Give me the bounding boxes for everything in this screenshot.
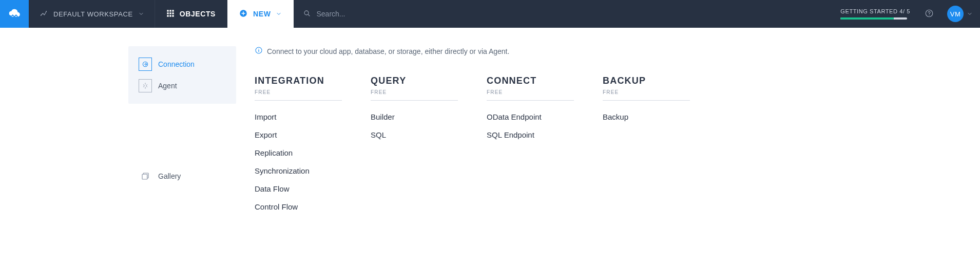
chevron-down-icon (967, 11, 973, 17)
svg-rect-3 (169, 10, 171, 11)
column-header: INTEGRATIONFREE (255, 76, 342, 101)
chevron-down-icon (138, 11, 144, 17)
progress-fill (840, 17, 894, 20)
column-item[interactable]: Control Flow (255, 198, 342, 216)
column-subtitle: FREE (487, 89, 574, 95)
columns-grid: INTEGRATIONFREEImportExportReplicationSy… (255, 76, 980, 216)
search-input[interactable] (316, 10, 409, 18)
column-backup: BACKUPFREEBackup (603, 76, 690, 216)
search-area (294, 0, 418, 28)
chevron-down-icon (276, 11, 282, 17)
column-item[interactable]: Import (255, 108, 342, 126)
svg-rect-9 (169, 15, 171, 16)
sidebar-item-agent[interactable]: Agent (128, 75, 236, 97)
svg-rect-2 (167, 10, 168, 11)
column-item[interactable]: SQL (371, 126, 458, 144)
user-menu[interactable]: VM (940, 0, 980, 28)
svg-point-0 (41, 14, 42, 15)
sidebar-item-gallery[interactable]: Gallery (128, 165, 236, 187)
sidebar-bottom: Gallery (128, 165, 236, 187)
column-subtitle: FREE (603, 89, 690, 95)
brand-logo[interactable] (0, 0, 29, 28)
svg-rect-8 (167, 15, 168, 16)
svg-rect-4 (172, 10, 174, 11)
svg-rect-17 (142, 174, 147, 179)
top-nav: DEFAULT WORKSPACE OBJECTS NEW (0, 0, 980, 28)
workspace-label: DEFAULT WORKSPACE (53, 10, 133, 18)
page-body: Connection Agent Gallery (0, 28, 980, 216)
nav-objects[interactable]: OBJECTS (155, 0, 227, 28)
column-item[interactable]: SQL Endpoint (487, 126, 574, 144)
sidebar-item-label: Gallery (158, 172, 181, 180)
avatar-initials: VM (950, 10, 961, 18)
column-title: QUERY (371, 76, 458, 86)
nav-new-label: NEW (253, 10, 271, 18)
column-title: CONNECT (487, 76, 574, 86)
sidebar-item-label: Agent (158, 82, 177, 90)
column-header: CONNECTFREE (487, 76, 574, 101)
svg-point-1 (46, 11, 47, 12)
connection-icon (139, 58, 152, 71)
progress-bar (840, 17, 907, 20)
svg-point-12 (304, 11, 309, 15)
column-title: BACKUP (603, 76, 690, 86)
sidebar-item-connection[interactable]: Connection (128, 53, 236, 75)
column-header: QUERYFREE (371, 76, 458, 101)
topbar-spacer (418, 0, 832, 28)
getting-started-label: GETTING STARTED 4/ 5 (840, 8, 910, 14)
main-content: Connect to your cloud app, database, or … (236, 46, 980, 216)
column-item[interactable]: OData Endpoint (487, 108, 574, 126)
column-integration: INTEGRATIONFREEImportExportReplicationSy… (255, 76, 342, 216)
plus-circle-icon (239, 9, 248, 20)
column-subtitle: FREE (371, 89, 458, 95)
column-subtitle: FREE (255, 89, 342, 95)
gallery-icon (139, 169, 152, 183)
workspace-icon (39, 9, 48, 20)
workspace-selector[interactable]: DEFAULT WORKSPACE (29, 0, 155, 28)
column-item[interactable]: Replication (255, 144, 342, 162)
sidebar-card: Connection Agent (128, 46, 236, 104)
help-button[interactable] (918, 0, 940, 28)
svg-rect-5 (167, 12, 168, 14)
nav-objects-label: OBJECTS (180, 10, 216, 18)
sidebar: Connection Agent Gallery (0, 46, 236, 216)
info-banner: Connect to your cloud app, database, or … (255, 46, 980, 56)
column-header: BACKUPFREE (603, 76, 690, 101)
info-text: Connect to your cloud app, database, or … (267, 47, 509, 55)
svg-point-14 (929, 14, 930, 15)
column-connect: CONNECTFREEOData EndpointSQL Endpoint (487, 76, 574, 216)
search-icon (303, 9, 311, 19)
column-item[interactable]: Synchronization (255, 162, 342, 180)
nav-new[interactable]: NEW (227, 0, 294, 28)
cloud-icon (8, 7, 21, 22)
column-item[interactable]: Backup (603, 108, 690, 126)
svg-point-19 (258, 49, 259, 49)
info-icon (255, 46, 263, 56)
agent-icon (139, 79, 152, 92)
getting-started[interactable]: GETTING STARTED 4/ 5 (832, 0, 918, 28)
help-icon (925, 9, 934, 20)
column-query: QUERYFREEBuilderSQL (371, 76, 458, 216)
avatar: VM (947, 6, 964, 22)
svg-rect-7 (172, 12, 174, 14)
column-title: INTEGRATION (255, 76, 342, 86)
column-item[interactable]: Export (255, 126, 342, 144)
grid-icon (166, 9, 175, 19)
column-item[interactable]: Data Flow (255, 180, 342, 198)
svg-rect-6 (169, 12, 171, 14)
column-item[interactable]: Builder (371, 108, 458, 126)
svg-rect-10 (172, 15, 174, 16)
sidebar-item-label: Connection (158, 60, 195, 68)
